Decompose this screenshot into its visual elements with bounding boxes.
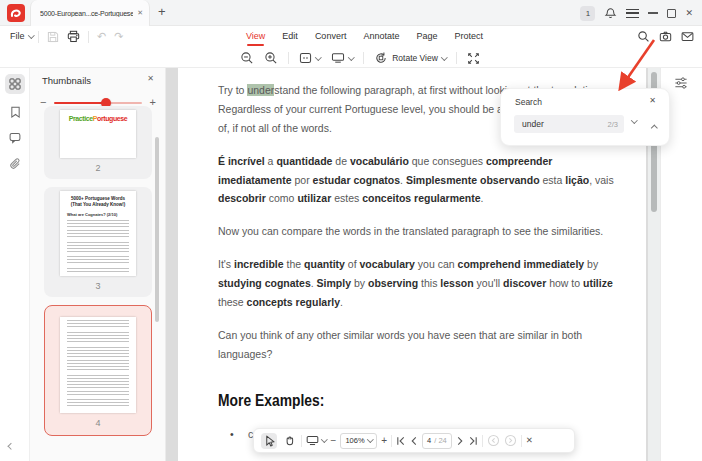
match-counter: 2/3 bbox=[608, 120, 618, 129]
title-bar: 5000-European...ce-Portuguese ✕ + 1 ✕ bbox=[0, 0, 702, 26]
redo-icon[interactable]: ↷ bbox=[114, 31, 123, 42]
zoom-decrease-icon[interactable]: − bbox=[331, 436, 337, 446]
divider bbox=[288, 52, 289, 64]
presentation-dropdown[interactable] bbox=[331, 52, 354, 64]
select-tool-icon[interactable] bbox=[261, 433, 277, 449]
collapse-sidebar-icon[interactable] bbox=[8, 443, 14, 449]
menu-item-convert[interactable]: Convert bbox=[315, 31, 347, 46]
slider-track[interactable] bbox=[54, 102, 142, 104]
chevron-down-icon bbox=[28, 32, 34, 38]
tab-close-icon[interactable]: ✕ bbox=[137, 9, 143, 17]
previous-match-icon[interactable] bbox=[651, 125, 657, 131]
thumbnail-page-3[interactable]: 5000+ Portuguese Words(That You Already … bbox=[44, 187, 152, 297]
thumbnail-list: PracticePortuguese25000+ Portuguese Word… bbox=[30, 106, 166, 461]
panel-close-icon[interactable]: ✕ bbox=[147, 74, 154, 83]
doc-paragraph: It's incredible the quantity of vocabula… bbox=[218, 255, 622, 312]
new-tab-icon[interactable]: + bbox=[158, 4, 166, 19]
tab-title: 5000-European...ce-Portuguese bbox=[40, 10, 133, 17]
undo-icon[interactable]: ↶ bbox=[97, 31, 106, 42]
mail-icon[interactable] bbox=[681, 30, 694, 43]
display-settings-icon[interactable] bbox=[674, 76, 688, 90]
bell-icon[interactable] bbox=[604, 7, 617, 20]
menu-item-annotate[interactable]: Annotate bbox=[363, 31, 399, 46]
save-icon[interactable] bbox=[47, 31, 59, 43]
divider bbox=[521, 435, 522, 447]
panel-scrollbar[interactable] bbox=[155, 137, 159, 322]
search-popup-close-icon[interactable]: ✕ bbox=[649, 96, 656, 105]
search-popup: Search ✕ under 2/3 bbox=[500, 88, 670, 146]
bookmark-panel-icon[interactable] bbox=[5, 102, 25, 122]
file-menu-label: File bbox=[10, 31, 25, 41]
attachment-panel-icon[interactable] bbox=[5, 154, 25, 174]
screenshot-camera-icon[interactable] bbox=[659, 30, 672, 43]
doc-heading: More Examples: bbox=[218, 386, 557, 416]
search-query: under bbox=[522, 119, 608, 129]
ribbon-tabs: View Edit Convert Annotate Page Protect bbox=[246, 31, 483, 46]
menu-bar: File ↶ ↷ View Edit Convert Annotate Page… bbox=[0, 27, 702, 49]
thumbnail-page-4[interactable]: 4 bbox=[44, 305, 152, 436]
menu-icon[interactable] bbox=[626, 9, 639, 18]
left-icon-strip bbox=[0, 68, 30, 461]
zoom-in-icon[interactable] bbox=[264, 51, 278, 65]
document-tab[interactable]: 5000-European...ce-Portuguese ✕ bbox=[30, 0, 150, 26]
rotate-icon bbox=[374, 51, 388, 65]
previous-view-icon[interactable] bbox=[487, 434, 500, 447]
minimize-icon[interactable] bbox=[648, 12, 658, 13]
chevron-down-icon bbox=[315, 54, 321, 60]
close-toolbar-icon[interactable]: ✕ bbox=[526, 436, 533, 445]
close-icon[interactable]: ✕ bbox=[685, 8, 693, 18]
divider bbox=[301, 435, 302, 447]
rotate-view-dropdown[interactable]: Rotate View bbox=[374, 51, 446, 65]
menu-item-protect[interactable]: Protect bbox=[454, 31, 483, 46]
thumbnail-page-2[interactable]: PracticePortuguese2 bbox=[44, 106, 152, 179]
next-view-icon[interactable] bbox=[504, 434, 517, 447]
divider bbox=[38, 31, 39, 43]
thumbnail-preview: 5000+ Portuguese Words(That You Already … bbox=[60, 191, 136, 276]
next-match-icon[interactable] bbox=[631, 117, 637, 123]
view-mode-dropdown[interactable] bbox=[306, 435, 327, 446]
search-icon[interactable] bbox=[637, 30, 650, 43]
app-logo-icon bbox=[7, 4, 25, 22]
menu-item-page[interactable]: Page bbox=[416, 31, 437, 46]
thumbnail-preview: PracticePortuguese bbox=[60, 110, 136, 158]
zoom-level-dropdown[interactable]: 106% bbox=[340, 433, 377, 449]
view-toolbar: Rotate View bbox=[0, 49, 702, 68]
zoom-increase-icon[interactable]: + bbox=[381, 436, 387, 446]
comment-panel-icon[interactable] bbox=[5, 128, 25, 148]
zoom-out-icon[interactable] bbox=[240, 51, 254, 65]
thumbnail-page-number: 4 bbox=[45, 418, 151, 428]
current-page: 4 bbox=[427, 436, 431, 445]
chevron-down-icon bbox=[321, 436, 327, 442]
last-page-icon[interactable] bbox=[468, 436, 478, 446]
file-menu[interactable]: File bbox=[10, 31, 33, 41]
doc-paragraph: Can you think of any other similar words… bbox=[218, 326, 622, 364]
search-highlight-green: under bbox=[247, 84, 274, 96]
thumbnails-panel-icon[interactable] bbox=[5, 74, 25, 94]
divider bbox=[391, 435, 392, 447]
page-number-input[interactable]: 4 / 24 bbox=[422, 433, 452, 449]
total-pages: / 24 bbox=[434, 436, 447, 445]
notification-badge[interactable]: 1 bbox=[580, 6, 595, 21]
thumbnail-preview bbox=[60, 317, 136, 413]
zoom-level-value: 106% bbox=[345, 436, 364, 445]
previous-page-icon[interactable] bbox=[410, 436, 418, 446]
hand-tool-icon[interactable] bbox=[281, 433, 297, 449]
divider bbox=[456, 52, 457, 64]
fullscreen-icon[interactable] bbox=[467, 52, 480, 65]
panel-title: Thumbnails bbox=[42, 75, 91, 86]
thumbnails-panel: Thumbnails ✕ − + PracticePortuguese25000… bbox=[30, 68, 166, 461]
menu-item-edit[interactable]: Edit bbox=[282, 31, 298, 46]
pdf-reader-window: 5000-European...ce-Portuguese ✕ + 1 ✕ Fi… bbox=[0, 0, 702, 461]
search-popup-title: Search bbox=[515, 97, 542, 107]
first-page-icon[interactable] bbox=[396, 436, 406, 446]
search-input[interactable]: under 2/3 bbox=[514, 115, 624, 133]
divider bbox=[88, 31, 89, 43]
next-page-icon[interactable] bbox=[456, 436, 464, 446]
print-icon[interactable] bbox=[67, 30, 80, 43]
menu-item-view[interactable]: View bbox=[246, 31, 265, 46]
chevron-down-icon bbox=[441, 54, 447, 60]
page-layout-dropdown[interactable] bbox=[299, 52, 321, 64]
maximize-icon[interactable] bbox=[667, 9, 676, 18]
doc-paragraph: Now you can compare the words in the tra… bbox=[218, 222, 622, 241]
rotate-view-label: Rotate View bbox=[392, 53, 438, 63]
